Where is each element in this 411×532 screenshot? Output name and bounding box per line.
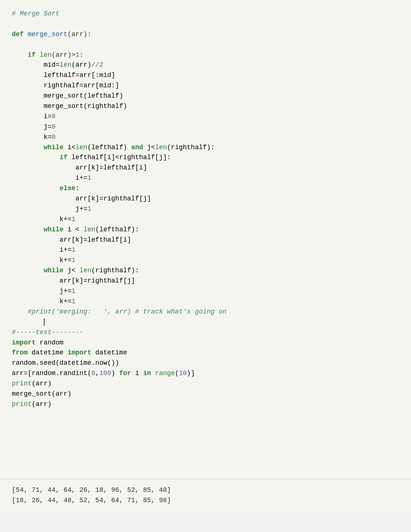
- line-print1: print(arr): [12, 379, 399, 389]
- line-test-comment: #-----test--------: [12, 328, 399, 338]
- line-arrk-right: arr[k]=righthalf[j]: [12, 194, 399, 204]
- line-k2: k+=1: [12, 255, 399, 266]
- line-cursor[interactable]: [12, 317, 399, 328]
- line-if: if len(arr)>1:: [12, 50, 399, 60]
- line-while2: while i < len(lefthalf):: [12, 225, 399, 235]
- line-if2: if lefthalf[i]<righthalf[j]:: [12, 153, 399, 163]
- line-i0: i=0: [12, 112, 399, 122]
- line-j0: j=0: [12, 122, 399, 132]
- line-j1: j+=1: [12, 204, 399, 214]
- line-arrk-right2: arr[k]=righthalf[j]: [12, 276, 399, 286]
- line-mergesort-left: merge_sort(lefthalf): [12, 91, 399, 101]
- line-else: else:: [12, 183, 399, 194]
- line-k1: k+=1: [12, 214, 399, 225]
- code-editor: # Merge Sort def merge_sort(arr): if len…: [0, 0, 411, 479]
- line-from-datetime: from datetime import datetime: [12, 348, 399, 358]
- text-cursor: [44, 318, 45, 326]
- line-mid: mid=len(arr)//2: [12, 60, 399, 70]
- output-line-1: [54, 71, 44, 64, 26, 18, 96, 52, 85, 48]: [12, 485, 399, 496]
- line-k0: k=0: [12, 132, 399, 143]
- line-k3: k+=1: [12, 297, 399, 307]
- line-empty-2: [12, 40, 399, 50]
- line-comment-title: # Merge Sort: [12, 9, 399, 19]
- line-while1: while i<len(lefthalf) and j<len(righthal…: [12, 143, 399, 153]
- line-lefthalf: lefthalf=arr[:mid]: [12, 70, 399, 81]
- line-arrk-left2: arr[k]=lefthalf[i]: [12, 235, 399, 245]
- output-line-2: [18, 26, 44, 48, 52, 54, 64, 71, 85, 96]: [12, 496, 399, 506]
- line-while3: while j< len(righthalf):: [12, 266, 399, 276]
- line-i1: i+=1: [12, 173, 399, 183]
- line-righthalf: righthalf=arr[mid:]: [12, 81, 399, 91]
- line-def: def merge_sort(arr):: [12, 29, 399, 40]
- line-mergesort-arr: merge_sort(arr): [12, 389, 399, 399]
- line-i2: i+=1: [12, 245, 399, 255]
- line-arrk-left: arr[k]=lefthalf[i]: [12, 163, 399, 173]
- output-section: [54, 71, 44, 64, 26, 18, 96, 52, 85, 48]…: [0, 479, 411, 512]
- line-mergesort-right: merge_sort(righthalf): [12, 101, 399, 112]
- line-print2: print(arr): [12, 399, 399, 410]
- line-empty-1: [12, 19, 399, 29]
- line-print-comment: #print('merging: ', arr) # track what's …: [12, 307, 399, 317]
- line-arr: arr=[random.randint(0,100) for i in rang…: [12, 368, 399, 379]
- line-import-random: import random: [12, 338, 399, 348]
- line-seed: random.seed(datetime.now()): [12, 358, 399, 368]
- line-j2: j+=1: [12, 286, 399, 297]
